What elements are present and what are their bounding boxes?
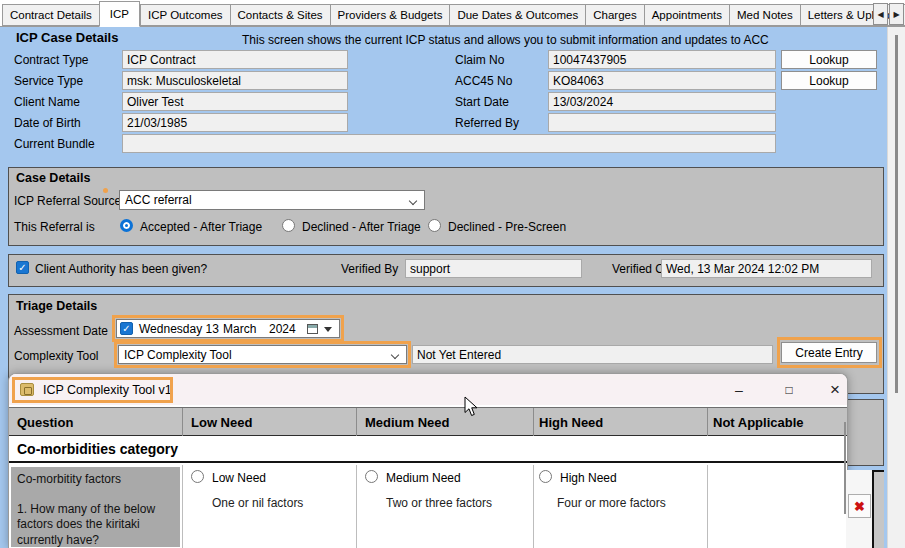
radio-declined-pre-screen[interactable] [428, 219, 441, 232]
tab-charges[interactable]: Charges [585, 4, 643, 26]
dialog-title: ICP Complexity Tool v1 [43, 383, 172, 397]
arrow-left-icon: ◀ [877, 10, 883, 19]
category-row: Co-morbidities category [9, 436, 847, 463]
referral-source-value: ACC referral [125, 193, 192, 207]
claim-lookup-button[interactable]: Lookup [781, 50, 877, 69]
radio-medium-need[interactable] [365, 470, 378, 483]
current-bundle-label: Current Bundle [14, 137, 95, 151]
verified-by-label: Verified By [341, 262, 398, 276]
complexity-tool-dialog: ICP Complexity Tool v1 – □ × Question Lo… [8, 373, 848, 548]
tab-appointments[interactable]: Appointments [644, 4, 729, 26]
current-bundle-field[interactable] [122, 134, 776, 153]
maximize-button[interactable]: □ [775, 378, 803, 401]
assessment-date-checkbox[interactable]: ✓ [120, 322, 133, 335]
client-name-label: Client Name [14, 95, 80, 109]
col-header-question: Question [17, 408, 73, 437]
referred-by-field[interactable] [548, 113, 776, 132]
table-header-row: Question Low Need Medium Need High Need … [9, 407, 847, 436]
column-divider [182, 408, 183, 437]
referral-source-select[interactable]: ACC referral [119, 190, 425, 210]
start-date-label: Start Date [455, 95, 509, 109]
mouse-cursor [464, 396, 479, 421]
radio-low-need[interactable] [191, 470, 204, 483]
dropdown-arrow-icon[interactable] [324, 327, 332, 332]
create-entry-button[interactable]: Create Entry [781, 342, 877, 363]
contract-type-field[interactable]: ICP Contract [122, 50, 348, 69]
col-header-medium-need: Medium Need [365, 408, 450, 437]
verified-on-field[interactable]: Wed, 13 Mar 2024 12:02 PM [661, 259, 872, 278]
page-title: ICP Case Details [16, 31, 118, 45]
assessment-date-picker[interactable]: ✓ Wednesday 13 March 2024 [116, 319, 340, 338]
radio-accepted-after-triage-label: Accepted - After Triage [140, 220, 262, 234]
arrow-right-icon: ▶ [893, 10, 899, 19]
high-need-description: Four or more factors [557, 496, 666, 510]
acc45-no-label: ACC45 No [455, 74, 512, 88]
client-authority-checkbox[interactable]: ✓ [16, 261, 29, 274]
contract-type-label: Contract Type [14, 53, 88, 67]
date-of-birth-field[interactable]: 21/03/1985 [122, 113, 348, 132]
column-divider [356, 408, 357, 437]
spacer [17, 488, 174, 502]
radio-high-need-label: High Need [560, 471, 617, 485]
col-header-not-applicable: Not Applicable [713, 408, 804, 437]
complexity-status-field[interactable]: Not Yet Entered [412, 345, 773, 364]
close-button[interactable]: × [821, 378, 849, 401]
referral-source-label: ICP Referral Source [14, 194, 121, 208]
start-date-field[interactable]: 13/03/2024 [548, 92, 776, 111]
tab-bar: Contract Details ICP ICP Outcomes Contac… [0, 0, 905, 27]
client-authority-label: Client Authority has been given? [35, 262, 207, 276]
delete-row-button[interactable]: ✖ [848, 494, 871, 518]
radio-medium-need-label: Medium Need [386, 471, 461, 485]
column-divider [707, 408, 708, 437]
medium-need-description: Two or three factors [386, 496, 492, 510]
claim-no-field[interactable]: 10047437905 [548, 50, 776, 69]
check-icon: ✓ [122, 323, 130, 334]
column-divider [707, 465, 708, 548]
minimize-icon: – [735, 382, 743, 398]
tab-contract-details[interactable]: Contract Details [2, 4, 99, 26]
assessment-date-label: Assessment Date [14, 324, 108, 338]
chevron-down-icon [391, 351, 399, 359]
radio-low-need-label: Low Need [212, 471, 266, 485]
service-type-label: Service Type [14, 74, 83, 88]
close-icon: × [830, 380, 840, 400]
acc45-no-field[interactable]: KO84063 [548, 71, 776, 90]
radio-accepted-after-triage[interactable] [120, 219, 133, 232]
tab-providers-budgets[interactable]: Providers & Budgets [330, 4, 450, 26]
required-dot-icon [103, 188, 108, 193]
check-icon: ✓ [18, 262, 26, 273]
main-scrollbar-thumb[interactable] [895, 35, 898, 393]
app-window: Contract Details ICP ICP Outcomes Contac… [0, 0, 905, 548]
referral-is-label: This Referral is [14, 220, 95, 234]
complexity-tool-select[interactable]: ICP Complexity Tool [118, 345, 407, 364]
tab-icp-outcomes[interactable]: ICP Outcomes [140, 4, 230, 26]
tab-scroll-right-button[interactable]: ▶ [889, 3, 904, 25]
tab-contacts-sites[interactable]: Contacts & Sites [230, 4, 330, 26]
chevron-down-icon [409, 197, 417, 205]
acc45-lookup-button[interactable]: Lookup [781, 71, 877, 90]
radio-declined-after-triage[interactable] [282, 219, 295, 232]
verified-by-field[interactable]: support [405, 259, 582, 278]
tab-scroll-left-button[interactable]: ◀ [873, 3, 888, 25]
maximize-icon: □ [785, 383, 792, 397]
category-title: Co-morbidities category [17, 441, 178, 457]
complexity-tool-label: Complexity Tool [14, 349, 98, 363]
tab-med-notes[interactable]: Med Notes [729, 4, 800, 26]
triage-details-heading: Triage Details [16, 299, 97, 313]
calendar-icon [307, 324, 318, 334]
case-details-heading: Case Details [16, 171, 90, 185]
col-header-high-need: High Need [539, 408, 603, 437]
column-divider [182, 465, 183, 548]
page-description: This screen shows the current ICP status… [242, 33, 769, 47]
background-inner-panel [872, 470, 884, 548]
client-name-field[interactable]: Oliver Test [122, 92, 348, 111]
radio-high-need[interactable] [539, 470, 552, 483]
column-divider [356, 465, 357, 548]
assessment-date-year: 2024 [269, 322, 296, 336]
service-type-field[interactable]: msk: Musculoskeletal [122, 71, 348, 90]
main-scrollbar[interactable] [887, 27, 905, 548]
tab-due-dates-outcomes[interactable]: Due Dates & Outcomes [449, 4, 585, 26]
complexity-tool-value: ICP Complexity Tool [124, 348, 232, 362]
minimize-button[interactable]: – [725, 378, 753, 401]
tab-icp[interactable]: ICP [99, 1, 140, 27]
